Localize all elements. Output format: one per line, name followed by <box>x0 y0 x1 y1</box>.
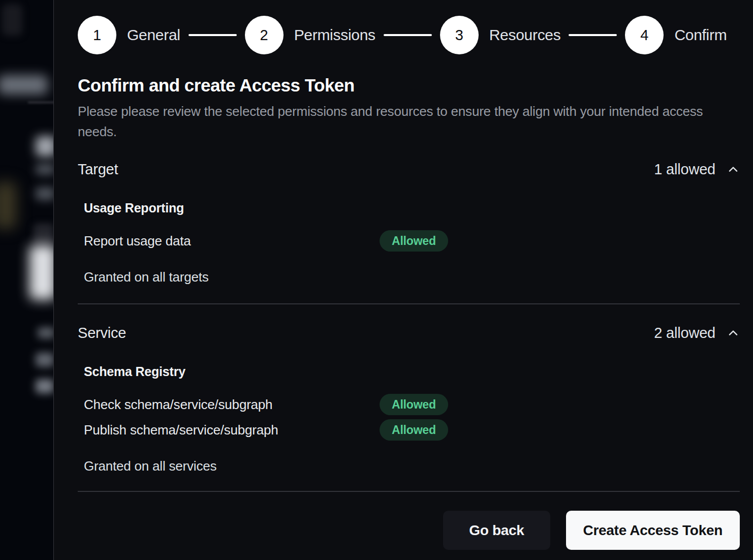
blurred-menu-item <box>38 327 54 338</box>
step-label: Resources <box>489 26 561 44</box>
wizard-stepper: 1 General 2 Permissions 3 Resources 4 Co… <box>78 16 740 54</box>
go-back-button[interactable]: Go back <box>443 511 550 550</box>
step-number-circle: 2 <box>245 16 284 54</box>
blurred-nav-text <box>0 75 48 95</box>
step-confirm[interactable]: 4 Confirm <box>625 16 727 54</box>
blurred-logo <box>2 4 22 36</box>
blurred-divider <box>28 102 54 103</box>
section-service-header: Service 2 allowed <box>78 325 740 341</box>
step-number-circle: 3 <box>440 16 479 54</box>
allowed-badge: Allowed <box>380 230 448 252</box>
blurred-page-background <box>0 0 54 560</box>
section-footnote: Granted on all services <box>84 458 740 474</box>
permission-label: Report usage data <box>84 233 380 249</box>
step-label: Confirm <box>674 26 727 44</box>
step-resources[interactable]: 3 Resources <box>440 16 561 54</box>
chevron-up-icon <box>727 163 740 176</box>
step-general[interactable]: 1 General <box>78 16 180 54</box>
blurred-accent-blob <box>0 182 16 229</box>
chevron-up-icon <box>727 327 740 340</box>
create-access-token-button[interactable]: Create Access Token <box>566 511 740 550</box>
page-title: Confirm and create Access Token <box>78 75 740 96</box>
blurred-text-fragment <box>36 164 54 175</box>
step-connector <box>569 34 617 36</box>
section-target-collapse-toggle[interactable]: 1 allowed <box>654 161 740 178</box>
allowed-badge: Allowed <box>380 394 448 415</box>
section-title: Service <box>78 325 126 341</box>
footer-divider <box>78 491 740 492</box>
step-connector <box>384 34 432 36</box>
section-target-header: Target 1 allowed <box>78 161 740 178</box>
step-label: Permissions <box>294 26 375 44</box>
allowed-count: 2 allowed <box>654 325 715 341</box>
blurred-text-fragment <box>36 187 54 200</box>
permission-row: Report usage data Allowed <box>84 230 740 252</box>
screen: 1 General 2 Permissions 3 Resources 4 Co… <box>0 0 753 560</box>
allowed-badge: Allowed <box>380 419 448 441</box>
permission-label: Publish schema/service/subgraph <box>84 422 380 438</box>
blurred-icon <box>34 224 54 245</box>
section-service-collapse-toggle[interactable]: 2 allowed <box>654 325 740 341</box>
permission-label: Check schema/service/subgraph <box>84 397 380 413</box>
blurred-menu-item <box>36 379 54 393</box>
step-permissions[interactable]: 2 Permissions <box>245 16 375 54</box>
permission-group-title: Schema Registry <box>84 364 740 379</box>
blurred-menu-item <box>36 353 54 367</box>
modal-footer: Go back Create Access Token <box>78 511 740 550</box>
create-access-token-modal: 1 General 2 Permissions 3 Resources 4 Co… <box>53 0 753 560</box>
section-title: Target <box>78 161 118 178</box>
section-divider <box>78 303 740 304</box>
page-subtitle: Please please review the selected permis… <box>78 101 705 142</box>
allowed-count: 1 allowed <box>654 161 715 178</box>
step-connector <box>189 34 237 36</box>
permission-row: Publish schema/service/subgraph Allowed <box>84 419 740 441</box>
permission-group-title: Usage Reporting <box>84 201 740 215</box>
step-label: General <box>127 26 180 44</box>
blurred-heading-fragment <box>36 136 54 157</box>
section-footnote: Granted on all targets <box>84 269 740 285</box>
step-number-circle: 1 <box>78 16 116 54</box>
blurred-card <box>29 245 54 300</box>
step-number-circle: 4 <box>625 16 664 54</box>
permission-row: Check schema/service/subgraph Allowed <box>84 393 740 416</box>
